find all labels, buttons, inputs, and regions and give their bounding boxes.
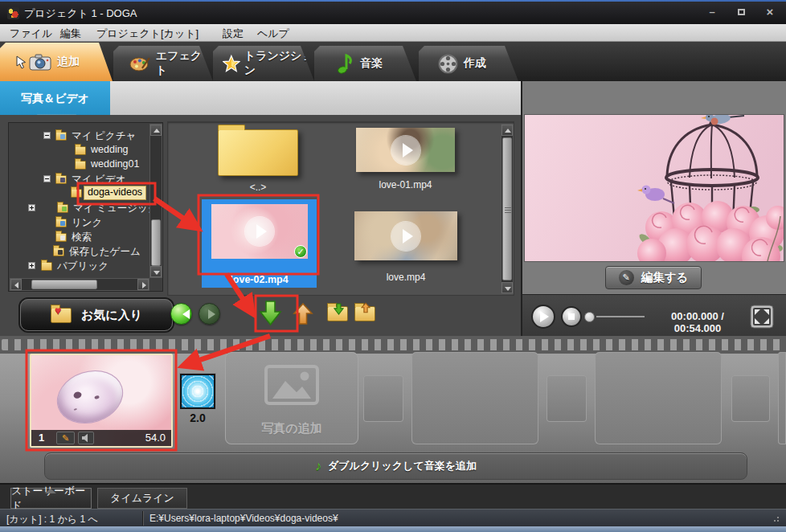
title-bar[interactable]: プロジェクト 1 - DOGA – × xyxy=(0,2,786,24)
seek-thumb[interactable] xyxy=(584,312,595,322)
forward-button[interactable] xyxy=(199,303,220,325)
edit-label: 編集する xyxy=(641,270,689,285)
menu-project[interactable]: プロジェクト xyxy=(96,27,161,41)
down-arrow-icon xyxy=(505,287,511,291)
resize-grip[interactable] xyxy=(773,514,781,522)
tab-music-label: 音楽 xyxy=(360,56,383,71)
timecode: 00:00.000 / 00:54.000 xyxy=(648,310,747,334)
scroll-up-button[interactable] xyxy=(150,125,162,136)
preview-image[interactable] xyxy=(525,115,784,261)
transition-thumbnail[interactable] xyxy=(180,374,215,409)
pencil-icon: ✎ xyxy=(619,270,634,285)
green-down-arrow-icon xyxy=(259,300,282,326)
minimize-button[interactable]: – xyxy=(701,5,723,19)
favorites-button[interactable]: ♥ お気に入り xyxy=(20,299,173,331)
menu-file[interactable]: ファイル xyxy=(10,27,52,41)
tab-create[interactable]: 作成 xyxy=(419,46,518,81)
maximize-icon xyxy=(738,9,745,15)
tab-music[interactable]: 音楽 xyxy=(314,46,416,81)
video-thumbnail-love-02[interactable]: ✓ xyxy=(211,204,308,259)
remove-all-folder-button[interactable] xyxy=(354,306,375,321)
tree-label: リンク xyxy=(72,216,102,230)
menu-settings[interactable]: 設定 xyxy=(223,27,244,41)
scroll-thumb[interactable] xyxy=(502,137,512,280)
folder-icon xyxy=(75,146,86,155)
favorites-label: お気に入り xyxy=(81,308,142,323)
tree-label: wedding01 xyxy=(91,158,139,170)
tree-label: パブリック xyxy=(57,260,108,273)
scroll-up-button[interactable] xyxy=(501,125,513,136)
seek-track[interactable] xyxy=(596,316,645,317)
clip-audio-button[interactable] xyxy=(78,432,94,444)
parent-folder-icon[interactable] xyxy=(218,129,298,176)
file-label[interactable]: love-01.mp4 xyxy=(356,179,455,190)
up-arrow-icon xyxy=(505,129,511,133)
fullscreen-button[interactable] xyxy=(750,305,774,332)
collapse-icon[interactable] xyxy=(43,132,51,139)
clip-slot-placeholder[interactable] xyxy=(595,352,722,444)
stop-button[interactable] xyxy=(561,306,582,327)
edit-button[interactable]: ✎ 編集する xyxy=(605,266,702,289)
scroll-thumb[interactable] xyxy=(31,280,97,289)
scroll-down-button[interactable] xyxy=(501,282,513,293)
tab-timeline[interactable]: タイムライン xyxy=(97,488,187,509)
music-track[interactable]: ♪ ダブルクリックして音楽を追加 xyxy=(44,452,747,480)
active-tab-notch xyxy=(45,483,56,493)
expand-icon[interactable] xyxy=(28,262,35,269)
video-thumbnail-love[interactable] xyxy=(354,211,457,260)
add-photo-label: 写真の追加 xyxy=(225,421,358,436)
preview-roses-birdcage-image xyxy=(525,115,784,261)
scroll-right-button[interactable] xyxy=(137,279,149,290)
tab-transitions[interactable]: トランジション xyxy=(213,46,314,81)
menu-cut[interactable]: [カット] xyxy=(161,27,199,41)
menu-help[interactable]: ヘルプ xyxy=(257,27,289,41)
tree-vertical-scrollbar[interactable] xyxy=(149,124,162,278)
tab-add[interactable]: 追加 xyxy=(0,43,113,81)
music-note-icon xyxy=(337,53,354,74)
clip-info-bar: 1 ✎ 54.0 xyxy=(31,430,171,446)
expand-icon[interactable] xyxy=(28,204,35,211)
transition-slot-placeholder[interactable] xyxy=(547,375,587,422)
parent-folder-label[interactable]: <..> xyxy=(218,182,298,193)
thumb-grip xyxy=(505,207,511,208)
add-all-folder-button[interactable] xyxy=(327,306,348,321)
added-check-icon: ✓ xyxy=(294,245,307,258)
left-arrow-icon xyxy=(14,282,18,289)
clip-slot-placeholder[interactable] xyxy=(411,352,538,444)
app-icon xyxy=(7,7,19,19)
folder-icon xyxy=(71,189,82,198)
tab-storyboard[interactable]: ストーリーボード xyxy=(10,488,92,509)
photo-placeholder-icon xyxy=(264,365,319,405)
collapse-icon[interactable] xyxy=(43,175,51,182)
music-folder-icon xyxy=(57,204,68,213)
remove-from-storyboard-button[interactable] xyxy=(293,302,313,329)
gamepad-badge-icon xyxy=(58,250,63,255)
video-thumbnail-love-01[interactable] xyxy=(356,128,455,172)
mini-up-arrow-icon xyxy=(361,302,370,313)
file-label-selected[interactable]: love-02.mp4 xyxy=(202,272,317,288)
transition-slot-placeholder[interactable] xyxy=(363,375,403,422)
menu-edit[interactable]: 編集 xyxy=(60,27,81,41)
tree-horizontal-scrollbar[interactable] xyxy=(10,278,149,291)
games-folder-icon xyxy=(53,248,64,256)
magnifier-badge-icon xyxy=(60,235,65,240)
scroll-left-button[interactable] xyxy=(10,279,22,290)
heart-icon: ♥ xyxy=(55,304,61,317)
browser-scrollbar[interactable] xyxy=(501,124,514,294)
status-divider xyxy=(142,511,143,526)
clip-edit-button[interactable]: ✎ xyxy=(56,432,75,444)
file-label[interactable]: love.mp4 xyxy=(354,272,457,283)
orange-up-arrow-icon xyxy=(293,302,313,325)
clip-slot-placeholder[interactable] xyxy=(778,352,786,444)
play-button[interactable] xyxy=(531,305,555,329)
scroll-down-button[interactable] xyxy=(150,266,162,277)
tab-effects[interactable]: エフェクト xyxy=(113,46,213,81)
scroll-thumb[interactable] xyxy=(151,219,161,266)
back-button[interactable] xyxy=(170,303,192,325)
add-to-storyboard-button[interactable] xyxy=(259,300,282,329)
maximize-button[interactable] xyxy=(730,5,752,19)
close-button[interactable]: × xyxy=(759,5,781,19)
transition-slot-placeholder[interactable] xyxy=(731,375,770,422)
add-photo-placeholder[interactable]: 写真の追加 xyxy=(225,352,358,444)
cursor-icon xyxy=(16,55,27,69)
